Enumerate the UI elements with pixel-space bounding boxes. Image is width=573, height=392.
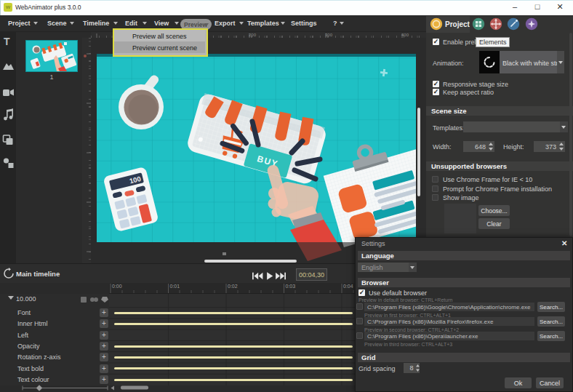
svg-text:0:02: 0:02 xyxy=(228,284,238,289)
svg-text:300: 300 xyxy=(325,33,333,37)
svg-text:T: T xyxy=(4,36,10,47)
svg-text:400: 400 xyxy=(401,33,409,37)
svg-text:0:00: 0:00 xyxy=(112,284,122,289)
svg-text:0:01: 0:01 xyxy=(170,284,180,289)
svg-text:0:03: 0:03 xyxy=(286,284,296,289)
svg-text:200: 200 xyxy=(249,33,257,37)
svg-text:0:04: 0:04 xyxy=(343,284,353,289)
